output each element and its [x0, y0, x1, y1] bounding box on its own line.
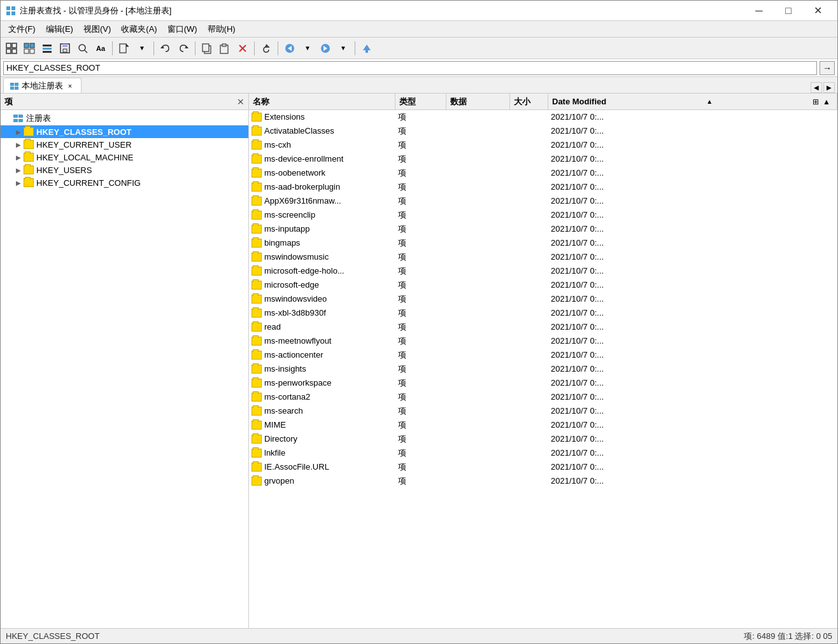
toolbar-export-arrow-button[interactable]: ▼	[134, 40, 150, 57]
sort-arrow-icon: ▲	[706, 98, 713, 105]
col-header-data[interactable]: 数据	[446, 94, 510, 110]
left-panel-close-button[interactable]: ✕	[237, 97, 245, 107]
row-name: Directory	[264, 434, 398, 444]
toolbar-grid2-button[interactable]	[21, 40, 38, 57]
toolbar-up-button[interactable]	[359, 40, 375, 57]
table-row[interactable]: ms-xbl-3d8b930f 项 2021/10/7 0:...	[249, 306, 837, 320]
tab-next-button[interactable]: ▶	[823, 82, 835, 93]
row-name: ms-search	[264, 406, 398, 416]
col-header-name[interactable]: 名称	[249, 94, 395, 110]
tree-item-hku[interactable]: ▶ HKEY_USERS	[1, 164, 248, 176]
tree-item-hklm[interactable]: ▶ HKEY_LOCAL_MACHINE	[1, 151, 248, 164]
close-button[interactable]: ✕	[803, 1, 832, 21]
toolbar-forward-button[interactable]	[317, 40, 334, 57]
toolbar-grid3-button[interactable]	[39, 40, 55, 57]
col-header-size[interactable]: 大小	[510, 94, 548, 110]
toolbar-delete-button[interactable]	[234, 40, 251, 57]
table-row[interactable]: ms-search 项 2021/10/7 0:...	[249, 404, 837, 418]
local-registry-tab[interactable]: 本地注册表 ×	[3, 78, 82, 93]
row-folder-icon	[252, 337, 262, 346]
row-type: 项	[398, 391, 449, 403]
table-row[interactable]: read 项 2021/10/7 0:...	[249, 320, 837, 334]
table-row[interactable]: ActivatableClasses 项 2021/10/7 0:...	[249, 124, 837, 138]
tree-item-hkcc[interactable]: ▶ HKEY_CURRENT_CONFIG	[1, 176, 248, 189]
registry-tree: 注册表 ▶ HKEY_CLASSES_ROOT ▶ HKEY_CURRENT_U…	[1, 110, 248, 628]
tree-folder-icon-hkcr	[24, 127, 34, 136]
right-content[interactable]: Extensions 项 2021/10/7 0:... Activatable…	[249, 110, 837, 628]
svg-line-19	[85, 50, 87, 53]
row-type: 项	[398, 447, 449, 459]
menu-view[interactable]: 视图(V)	[78, 22, 116, 36]
toolbar-forward-arrow-button[interactable]: ▼	[335, 40, 352, 57]
table-row[interactable]: ms-inputapp 项 2021/10/7 0:...	[249, 222, 837, 236]
svg-rect-12	[43, 45, 52, 46]
address-go-button[interactable]: →	[820, 61, 835, 75]
tab-close-button[interactable]: ×	[66, 81, 75, 90]
row-folder-icon	[252, 309, 262, 318]
minimize-button[interactable]: ─	[744, 1, 774, 21]
table-row[interactable]: AppX69r31t6nmaw... 项 2021/10/7 0:...	[249, 194, 837, 208]
address-input[interactable]	[3, 61, 817, 75]
toolbar-back-arrow-button[interactable]: ▼	[299, 40, 316, 57]
table-row[interactable]: microsoft-edge-holo... 项 2021/10/7 0:...	[249, 264, 837, 278]
maximize-button[interactable]: □	[774, 1, 803, 21]
table-row[interactable]: bingmaps 项 2021/10/7 0:...	[249, 236, 837, 250]
table-row[interactable]: Extensions 项 2021/10/7 0:...	[249, 110, 837, 124]
tab-bar: 本地注册表 × ◀ ▶	[1, 77, 837, 94]
row-date: 2021/10/7 0:...	[551, 434, 837, 444]
toolbar-redo-button[interactable]	[175, 40, 192, 57]
toolbar-copy-button[interactable]	[199, 40, 215, 57]
tree-item-hkcr[interactable]: ▶ HKEY_CLASSES_ROOT	[1, 125, 248, 138]
toolbar-sep6	[355, 41, 355, 55]
table-row[interactable]: ms-meetnowflyout 项 2021/10/7 0:...	[249, 334, 837, 348]
tree-item-registry[interactable]: 注册表	[1, 111, 248, 125]
table-row[interactable]: ms-aad-brokerplugin 项 2021/10/7 0:...	[249, 180, 837, 194]
title-bar: 注册表查找 - 以管理员身份 - [本地注册表] ─ □ ✕	[1, 1, 837, 21]
row-name: IE.AssocFile.URL	[264, 462, 398, 472]
table-row[interactable]: MIME 项 2021/10/7 0:...	[249, 418, 837, 432]
col-header-type[interactable]: 类型	[395, 94, 446, 110]
table-row[interactable]: ms-actioncenter 项 2021/10/7 0:...	[249, 348, 837, 362]
menu-favorites[interactable]: 收藏夹(A)	[116, 22, 162, 36]
tab-prev-button[interactable]: ◀	[811, 82, 822, 93]
table-row[interactable]: ms-oobenetwork 项 2021/10/7 0:...	[249, 166, 837, 180]
row-name: microsoft-edge-holo...	[264, 266, 398, 276]
table-row[interactable]: ms-cortana2 项 2021/10/7 0:...	[249, 390, 837, 404]
col-header-date[interactable]: Date Modified ▲ ⊞ ▲	[548, 94, 837, 110]
col-up-button[interactable]: ▲	[821, 97, 832, 106]
toolbar-save-button[interactable]	[57, 40, 73, 57]
menu-help[interactable]: 帮助(H)	[202, 22, 241, 36]
table-row[interactable]: ms-screenclip 项 2021/10/7 0:...	[249, 208, 837, 222]
menu-edit[interactable]: 编辑(E)	[41, 22, 78, 36]
table-row[interactable]: mswindowsmusic 项 2021/10/7 0:...	[249, 250, 837, 264]
tree-folder-icon-hkcu	[24, 140, 34, 149]
menu-window[interactable]: 窗口(W)	[162, 22, 202, 36]
menu-file[interactable]: 文件(F)	[3, 22, 41, 36]
tab-navigation: ◀ ▶	[811, 82, 835, 93]
toolbar-magnify-button[interactable]	[75, 40, 91, 57]
table-row[interactable]: ms-insights 项 2021/10/7 0:...	[249, 362, 837, 376]
table-row[interactable]: IE.AssocFile.URL 项 2021/10/7 0:...	[249, 460, 837, 474]
svg-rect-11	[30, 49, 34, 53]
toolbar-paste-button[interactable]	[217, 40, 233, 57]
toolbar-export-button[interactable]	[116, 40, 132, 57]
toolbar-grid1-button[interactable]	[3, 40, 20, 57]
tree-expand-hkcu: ▶	[13, 139, 24, 150]
row-folder-icon	[252, 253, 262, 262]
toolbar-refresh-button[interactable]	[258, 40, 274, 57]
table-row[interactable]: ms-cxh 项 2021/10/7 0:...	[249, 138, 837, 152]
toolbar-undo-button[interactable]	[157, 40, 174, 57]
tree-item-hkcu[interactable]: ▶ HKEY_CURRENT_USER	[1, 138, 248, 151]
table-row[interactable]: mswindowsvideo 项 2021/10/7 0:...	[249, 292, 837, 306]
table-row[interactable]: ms-device-enrollment 项 2021/10/7 0:...	[249, 152, 837, 166]
table-row[interactable]: microsoft-edge 项 2021/10/7 0:...	[249, 278, 837, 292]
table-row[interactable]: ms-penworkspace 项 2021/10/7 0:...	[249, 376, 837, 390]
grid-toggle-button[interactable]: ⊞	[811, 97, 820, 106]
table-row[interactable]: grvopen 项 2021/10/7 0:...	[249, 474, 837, 488]
row-type: 项	[398, 209, 449, 221]
table-row[interactable]: Directory 项 2021/10/7 0:...	[249, 432, 837, 446]
table-row[interactable]: lnkfile 项 2021/10/7 0:...	[249, 446, 837, 460]
toolbar-aa-button[interactable]: Aa	[92, 40, 109, 57]
toolbar-back-button[interactable]	[281, 40, 298, 57]
status-bar: HKEY_CLASSES_ROOT 项: 6489 值:1 选择: 0 05	[1, 628, 837, 643]
